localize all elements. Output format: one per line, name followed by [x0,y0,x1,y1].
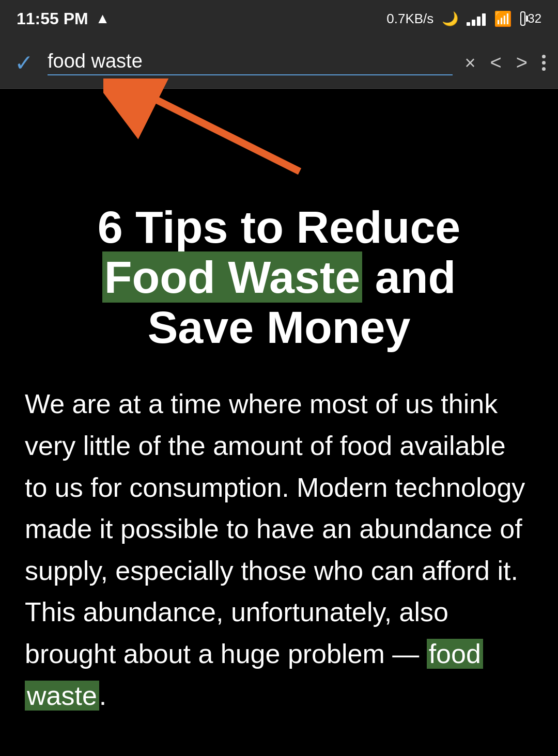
arrow-overlay [0,89,558,182]
clear-button[interactable]: × [465,52,476,74]
title-line1: 6 Tips to Reduce [98,201,461,253]
status-time: 11:55 PM [17,9,88,28]
moon-icon: 🌙 [442,11,458,27]
status-warning-icon: ▲ [96,10,110,27]
search-actions: × < > [465,52,546,74]
body-highlight-food: food [427,639,483,669]
body-highlight-waste: waste [25,681,99,711]
battery-container: 32 [520,11,541,26]
wifi-icon: 📶 [494,10,512,27]
title-highlight-food-waste: Food Waste [102,251,362,303]
more-dot-3 [542,67,546,71]
article-body: We are at a time where most of us think … [25,383,533,716]
article-title: 6 Tips to Reduce Food Waste and Save Mon… [25,202,533,352]
body-text-1: We are at a time where most of us think … [25,389,525,669]
body-period: . [99,681,106,711]
annotation-arrow [103,78,320,182]
title-and: and [362,251,456,303]
network-speed: 0.7KB/s [386,11,433,27]
battery-icon [520,11,525,26]
main-content: 6 Tips to Reduce Food Waste and Save Mon… [0,182,558,747]
more-button[interactable] [542,55,546,71]
search-input[interactable] [48,50,453,72]
svg-line-1 [145,94,300,171]
search-input-wrapper [48,50,453,75]
battery-level: 32 [528,11,541,26]
next-button[interactable]: > [516,52,528,74]
title-line3: Save Money [148,302,411,353]
more-dot-1 [542,55,546,58]
confirm-button[interactable]: ✓ [12,50,35,76]
status-bar: 11:55 PM ▲ 0.7KB/s 🌙 📶 32 [0,0,558,37]
signal-icon [467,11,486,26]
prev-button[interactable]: < [490,52,502,74]
more-dot-2 [542,61,546,65]
status-right: 0.7KB/s 🌙 📶 32 [386,10,541,27]
status-left: 11:55 PM ▲ [17,9,110,28]
